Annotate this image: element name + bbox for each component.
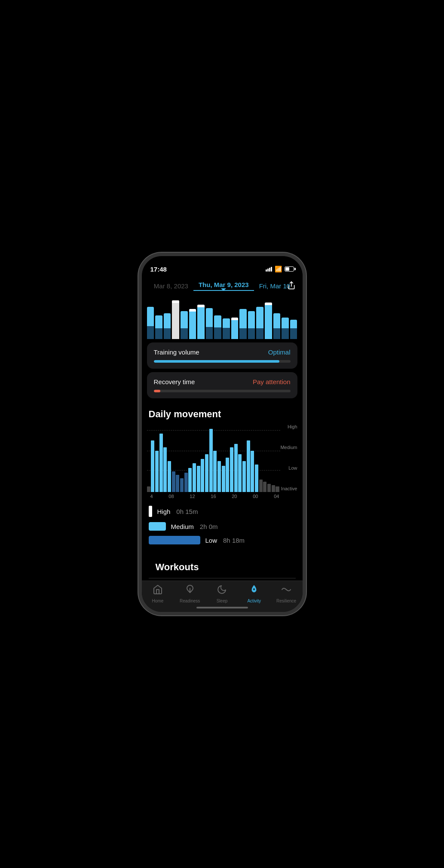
- mv-bar-10: [184, 473, 188, 492]
- battery-fill: [285, 267, 289, 271]
- mv-bar-13: [197, 466, 200, 492]
- bar-2: [155, 315, 162, 339]
- nav-item-sleep[interactable]: Sleep: [209, 584, 235, 603]
- mv-bar-19: [222, 466, 225, 492]
- legend-item-high: High 0h 15m: [149, 506, 296, 517]
- mv-bar-20: [226, 458, 229, 492]
- readiness-icon: [185, 584, 195, 597]
- x-label-16: 16: [211, 494, 216, 499]
- share-icon: [287, 281, 296, 290]
- chart-y-labels: High Medium Low Inactive: [280, 423, 297, 492]
- sleep-svg-icon: [217, 584, 227, 595]
- home-icon: [153, 584, 163, 597]
- bar-1: [147, 307, 154, 339]
- x-label-12: 12: [190, 494, 195, 499]
- recovery-time-status: Pay attention: [253, 378, 291, 385]
- mv-bar-29: [263, 482, 266, 492]
- legend-label-low: Low: [205, 537, 217, 544]
- workouts-title: Workouts: [149, 555, 296, 576]
- legend-bar-low: [149, 536, 200, 544]
- nav-item-readiness[interactable]: Readiness: [177, 584, 203, 603]
- mv-bar-32: [276, 486, 279, 492]
- nav-item-home[interactable]: Home: [145, 584, 171, 603]
- mv-bar-8: [176, 475, 179, 492]
- bar-7: [197, 305, 205, 339]
- legend-bar-medium: [149, 522, 166, 531]
- prev-date[interactable]: Mar 8, 2023: [149, 282, 193, 290]
- bar-8: [206, 308, 213, 339]
- bar-11: [231, 318, 239, 339]
- mv-bar-1: [147, 486, 150, 492]
- x-label-08: 08: [168, 494, 174, 499]
- nav-label-resilience: Resilience: [276, 599, 296, 603]
- legend-label-high: High: [157, 508, 171, 515]
- movement-chart: High Medium Low Inactive 4 08 12 16 20 0…: [142, 423, 303, 501]
- notch-cutout: [196, 256, 248, 269]
- mv-bar-15: [205, 454, 208, 492]
- mv-bar-3: [155, 451, 159, 492]
- signal-bar-1: [266, 269, 267, 272]
- mv-bar-22: [234, 444, 238, 492]
- date-triangle-indicator: [221, 288, 226, 291]
- legend-duration-high: 0h 15m: [176, 508, 198, 515]
- chart-x-labels: 4 08 12 16 20 00 04: [147, 492, 297, 501]
- y-label-medium: Medium: [280, 445, 297, 450]
- mv-bar-4: [159, 434, 163, 492]
- mv-bar-11: [188, 468, 192, 492]
- date-header: Mar 8, 2023 Thu, Mar 9, 2023 Fri, Mar 10: [142, 278, 303, 293]
- signal-bar-2: [267, 269, 269, 272]
- mv-bar-14: [201, 459, 204, 492]
- signal-bars-icon: [266, 267, 272, 272]
- bar-13: [248, 311, 255, 339]
- nav-label-activity: Activity: [247, 599, 261, 603]
- y-label-inactive: Inactive: [280, 486, 297, 491]
- phone-frame: 17:48 📶 Mar 8, 2023 Thu, Mar 9, 2023: [138, 253, 306, 615]
- bar-9: [214, 315, 221, 339]
- phone-screen[interactable]: 17:48 📶 Mar 8, 2023 Thu, Mar 9, 2023: [142, 256, 303, 612]
- nav-item-activity[interactable]: Activity: [241, 584, 267, 603]
- y-label-high: High: [280, 424, 297, 429]
- recovery-time-fill: [154, 390, 161, 392]
- mv-bar-9: [180, 478, 184, 492]
- bar-15: [265, 303, 272, 339]
- recovery-time-label: Recovery time: [154, 378, 195, 385]
- activity-icon: [249, 584, 259, 597]
- mv-bar-27: [255, 465, 258, 492]
- legend-label-medium: Medium: [171, 523, 194, 530]
- readiness-svg-icon: [185, 584, 195, 595]
- signal-bar-3: [269, 268, 270, 272]
- mv-bar-7: [172, 471, 175, 492]
- mv-bar-18: [217, 461, 221, 492]
- legend-duration-medium: 2h 0m: [200, 523, 218, 530]
- movement-chart-inner: High Medium Low Inactive: [147, 423, 297, 492]
- recovery-time-track: [154, 390, 291, 392]
- metric-header-recovery: Recovery time Pay attention: [154, 378, 291, 385]
- daily-movement-title: Daily movement: [142, 402, 303, 423]
- mv-bar-28: [259, 480, 263, 492]
- bar-6: [189, 309, 196, 339]
- status-bar: 17:48 📶: [142, 256, 303, 278]
- legend-duration-low: 8h 18m: [223, 537, 245, 544]
- workouts-divider: [149, 578, 296, 578]
- resilience-svg-icon: [281, 584, 291, 595]
- mv-bar-30: [267, 484, 271, 492]
- bar-4: [172, 300, 179, 339]
- share-button[interactable]: [287, 281, 296, 292]
- bar-14: [256, 307, 263, 339]
- movement-bars-container: [147, 423, 279, 492]
- legend-item-low: Low 8h 18m: [149, 536, 296, 544]
- training-volume-track: [154, 360, 291, 363]
- activity-svg-icon: [249, 584, 259, 595]
- mv-bar-12: [193, 463, 196, 492]
- resilience-icon: [281, 584, 291, 597]
- mv-bar-2: [151, 440, 154, 492]
- training-volume-label: Training volume: [154, 348, 199, 356]
- sleep-icon: [217, 584, 227, 597]
- x-label-00: 00: [253, 494, 258, 499]
- bar-10: [223, 318, 230, 339]
- nav-label-home: Home: [152, 599, 164, 603]
- bar-12: [239, 309, 247, 339]
- metric-header-volume: Training volume Optimal: [154, 348, 291, 356]
- nav-item-resilience[interactable]: Resilience: [273, 584, 299, 603]
- x-label-20: 20: [232, 494, 237, 499]
